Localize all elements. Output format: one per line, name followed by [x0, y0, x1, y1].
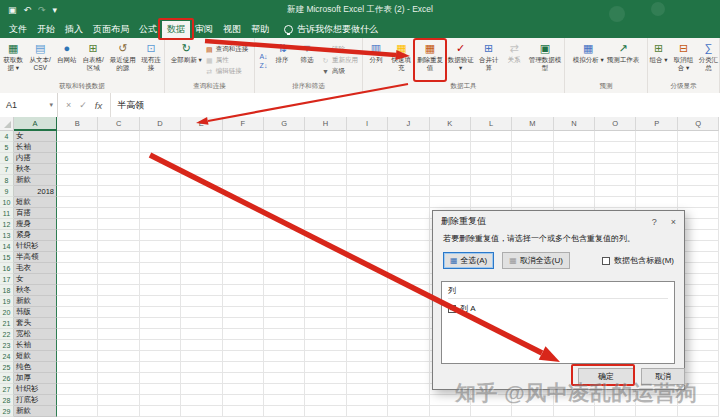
column-header-H[interactable]: H: [305, 117, 346, 131]
cell-E16[interactable]: [181, 263, 222, 274]
cell-M29[interactable]: [512, 406, 553, 417]
cell-J17[interactable]: [388, 274, 429, 285]
cell-O4[interactable]: [595, 131, 636, 142]
cell-M10[interactable]: [512, 197, 553, 208]
row-header-26[interactable]: 26: [0, 373, 14, 384]
cell-D13[interactable]: [140, 230, 181, 241]
cell-C19[interactable]: [98, 296, 139, 307]
tab-帮助[interactable]: 帮助: [246, 21, 274, 38]
insert-function-icon[interactable]: fx: [95, 100, 102, 111]
cell-G21[interactable]: [264, 318, 305, 329]
ungroup-button[interactable]: ⊟取消组合 ▾: [672, 40, 696, 81]
cell-P9[interactable]: [636, 186, 677, 197]
dialog-help-icon[interactable]: ?: [652, 217, 657, 227]
cell-O6[interactable]: [595, 153, 636, 164]
row-header-8[interactable]: 8: [0, 175, 14, 186]
cell-J21[interactable]: [388, 318, 429, 329]
cell-B22[interactable]: [57, 329, 98, 340]
cell-E9[interactable]: [181, 186, 222, 197]
cell-D18[interactable]: [140, 285, 181, 296]
cell-O10[interactable]: [595, 197, 636, 208]
cell-G18[interactable]: [264, 285, 305, 296]
cell-E11[interactable]: [181, 208, 222, 219]
cell-C8[interactable]: [98, 175, 139, 186]
cell-H21[interactable]: [305, 318, 346, 329]
column-header-N[interactable]: N: [554, 117, 595, 131]
cell-C16[interactable]: [98, 263, 139, 274]
cell-F21[interactable]: [223, 318, 264, 329]
row-header-18[interactable]: 18: [0, 285, 14, 296]
save-icon[interactable]: ▣: [8, 5, 17, 15]
cell-J28[interactable]: [388, 395, 429, 406]
cell-F20[interactable]: [223, 307, 264, 318]
cell-F27[interactable]: [223, 384, 264, 395]
existing-connections-button[interactable]: ⊡现有连接: [139, 40, 163, 81]
cell-I24[interactable]: [347, 351, 388, 362]
cell-G8[interactable]: [264, 175, 305, 186]
cell-N9[interactable]: [554, 186, 595, 197]
cell-J20[interactable]: [388, 307, 429, 318]
row-header-23[interactable]: 23: [0, 340, 14, 351]
cell-G28[interactable]: [264, 395, 305, 406]
tab-视图[interactable]: 视图: [218, 21, 246, 38]
cell-C25[interactable]: [98, 362, 139, 373]
cell-A24[interactable]: 短款: [14, 351, 57, 362]
cell-E18[interactable]: [181, 285, 222, 296]
cell-J4[interactable]: [388, 131, 429, 142]
cell-H11[interactable]: [305, 208, 346, 219]
cell-I28[interactable]: [347, 395, 388, 406]
dialog-close-icon[interactable]: ×: [671, 217, 676, 227]
cell-B27[interactable]: [57, 384, 98, 395]
cell-G26[interactable]: [264, 373, 305, 384]
cell-D20[interactable]: [140, 307, 181, 318]
cell-C14[interactable]: [98, 241, 139, 252]
cell-D8[interactable]: [140, 175, 181, 186]
cell-G9[interactable]: [264, 186, 305, 197]
cell-F15[interactable]: [223, 252, 264, 263]
cell-E22[interactable]: [181, 329, 222, 340]
column-header-F[interactable]: F: [223, 117, 264, 131]
select-all-button[interactable]: ▦ 全选(A): [443, 252, 494, 269]
cell-J5[interactable]: [388, 142, 429, 153]
cancel-entry-icon[interactable]: ×: [66, 100, 71, 110]
cell-B8[interactable]: [57, 175, 98, 186]
cell-D16[interactable]: [140, 263, 181, 274]
checkbox-icon[interactable]: [602, 257, 610, 265]
cell-O7[interactable]: [595, 164, 636, 175]
cell-P5[interactable]: [636, 142, 677, 153]
cell-H29[interactable]: [305, 406, 346, 417]
row-header-11[interactable]: 11: [0, 208, 14, 219]
column-header-J[interactable]: J: [388, 117, 429, 131]
cell-F16[interactable]: [223, 263, 264, 274]
cell-J12[interactable]: [388, 219, 429, 230]
cell-G24[interactable]: [264, 351, 305, 362]
row-header-5[interactable]: 5: [0, 142, 14, 153]
select-all-corner[interactable]: [0, 117, 14, 131]
cell-P6[interactable]: [636, 153, 677, 164]
cell-B15[interactable]: [57, 252, 98, 263]
from-text-csv-button[interactable]: ▤从文本/CSV: [27, 40, 54, 81]
cell-N29[interactable]: [554, 406, 595, 417]
cell-C20[interactable]: [98, 307, 139, 318]
cell-I16[interactable]: [347, 263, 388, 274]
cell-O5[interactable]: [595, 142, 636, 153]
cell-B26[interactable]: [57, 373, 98, 384]
column-header-G[interactable]: G: [264, 117, 305, 131]
row-header-6[interactable]: 6: [0, 153, 14, 164]
cell-L8[interactable]: [471, 175, 512, 186]
cell-F24[interactable]: [223, 351, 264, 362]
consolidate-button[interactable]: ⊞合并计算: [476, 40, 501, 81]
cell-H24[interactable]: [305, 351, 346, 362]
cell-I19[interactable]: [347, 296, 388, 307]
cell-Q9[interactable]: [678, 186, 719, 197]
cell-I8[interactable]: [347, 175, 388, 186]
from-web-button[interactable]: ●自网站: [55, 40, 79, 81]
cell-H23[interactable]: [305, 340, 346, 351]
enter-entry-icon[interactable]: ✓: [79, 100, 87, 110]
cell-H28[interactable]: [305, 395, 346, 406]
cell-F23[interactable]: [223, 340, 264, 351]
cell-I20[interactable]: [347, 307, 388, 318]
cell-E28[interactable]: [181, 395, 222, 406]
row-header-17[interactable]: 17: [0, 274, 14, 285]
cell-A6[interactable]: 内搭: [14, 153, 57, 164]
